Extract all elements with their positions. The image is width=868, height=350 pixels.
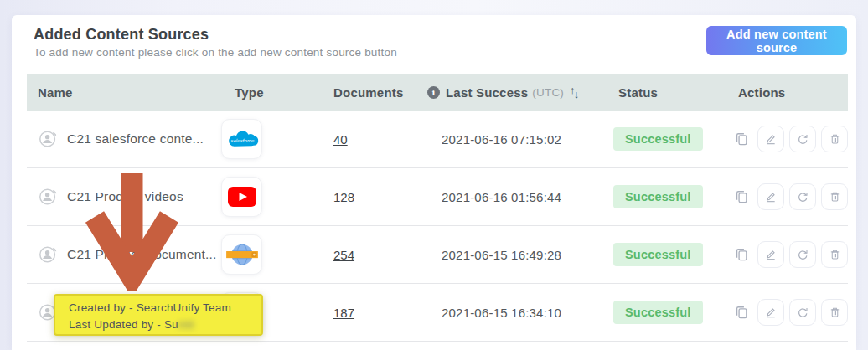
- column-header-last-success-label: Last Success: [446, 85, 528, 100]
- source-name: C21 salesforce conte...: [67, 131, 204, 147]
- page-subtitle: To add new content please click on the a…: [34, 46, 397, 59]
- refresh-icon: [796, 306, 809, 319]
- refresh-icon: [796, 132, 809, 146]
- svg-text:salesforce: salesforce: [230, 138, 254, 143]
- status-badge: Successful: [613, 301, 703, 324]
- source-type-card: [221, 177, 262, 217]
- tooltip-updated-by: Last Updated by - Sumit: [69, 317, 261, 333]
- refresh-button[interactable]: [789, 241, 816, 268]
- documents-count-link[interactable]: 128: [333, 190, 354, 204]
- source-name: C21 Product videos: [67, 189, 183, 204]
- table-row: C21 salesforce conte... salesforce 40 20…: [27, 111, 848, 168]
- status-badge: Successful: [613, 243, 703, 266]
- source-avatar-icon: [38, 244, 59, 265]
- trash-icon: [829, 190, 841, 203]
- copy-icon: [733, 188, 750, 205]
- table-row: C21 Product videos 128 2021-06-16 01:56:…: [27, 168, 848, 226]
- refresh-button[interactable]: [789, 126, 816, 152]
- edit-button[interactable]: [757, 126, 784, 152]
- source-type-card: salesforce: [221, 119, 262, 159]
- clone-button[interactable]: [731, 244, 752, 265]
- last-success-timestamp: 2021-06-16 07:15:02: [416, 132, 607, 147]
- column-header-name: Name: [27, 85, 224, 100]
- sort-icon[interactable]: ↑↓: [570, 87, 579, 98]
- created-by-tooltip: Created by - SearchUnify Team Last Updat…: [54, 294, 263, 336]
- edit-button[interactable]: [757, 183, 784, 210]
- edit-icon: [764, 306, 778, 319]
- trash-icon: [829, 132, 841, 146]
- trash-icon: [829, 248, 841, 261]
- copy-icon: [733, 304, 750, 321]
- source-name: C21 Product Document...: [67, 247, 217, 262]
- column-header-type: Type: [224, 85, 323, 100]
- table-row: C21 Product Document... 254 2021-06-15 1…: [27, 226, 848, 284]
- trash-icon: [829, 306, 841, 319]
- documents-count-link[interactable]: 40: [333, 132, 348, 147]
- info-icon[interactable]: i: [427, 86, 440, 99]
- delete-button[interactable]: [821, 126, 848, 152]
- salesforce-icon: salesforce: [225, 126, 260, 152]
- last-success-timestamp: 2021-06-15 16:49:28: [416, 248, 607, 262]
- delete-button[interactable]: [821, 183, 848, 210]
- column-header-utc-label: (UTC): [532, 86, 564, 99]
- edit-icon: [764, 248, 778, 261]
- clone-button[interactable]: [731, 301, 752, 323]
- tooltip-blurred-name: mit: [178, 318, 194, 331]
- edit-icon: [764, 190, 778, 203]
- page-title: Added Content Sources: [34, 26, 209, 44]
- refresh-icon: [796, 248, 809, 261]
- delete-button[interactable]: [821, 299, 848, 326]
- refresh-button[interactable]: [789, 299, 816, 326]
- refresh-button[interactable]: [789, 183, 816, 210]
- last-success-timestamp: 2021-06-15 16:34:10: [416, 306, 607, 320]
- clone-button[interactable]: [731, 186, 752, 208]
- edit-icon: [764, 132, 778, 146]
- documents-count-link[interactable]: 187: [333, 306, 354, 320]
- web-crawler-icon: [225, 240, 260, 269]
- edit-button[interactable]: [757, 299, 784, 326]
- copy-icon: [733, 131, 750, 147]
- last-success-timestamp: 2021-06-16 01:56:44: [416, 190, 607, 204]
- table-header-row: Name Type Documents i Last Success (UTC)…: [27, 74, 848, 111]
- column-header-actions: Actions: [727, 85, 848, 100]
- copy-icon: [733, 246, 750, 263]
- source-avatar-icon: [38, 186, 59, 208]
- source-avatar-icon: [38, 128, 59, 150]
- tooltip-created-by: Created by - SearchUnify Team: [69, 300, 261, 317]
- status-badge: Successful: [613, 127, 703, 151]
- edit-button[interactable]: [757, 241, 784, 268]
- column-header-status: Status: [607, 85, 727, 100]
- column-header-documents: Documents: [323, 85, 416, 100]
- status-badge: Successful: [613, 185, 703, 208]
- documents-count-link[interactable]: 254: [333, 248, 354, 262]
- refresh-icon: [796, 190, 809, 203]
- youtube-icon: [228, 187, 256, 207]
- clone-button[interactable]: [731, 128, 752, 150]
- source-type-card: [221, 234, 262, 275]
- delete-button[interactable]: [821, 241, 848, 268]
- add-content-source-button[interactable]: Add new content source: [706, 26, 847, 55]
- column-header-last-success: i Last Success (UTC) ↑↓: [416, 85, 607, 100]
